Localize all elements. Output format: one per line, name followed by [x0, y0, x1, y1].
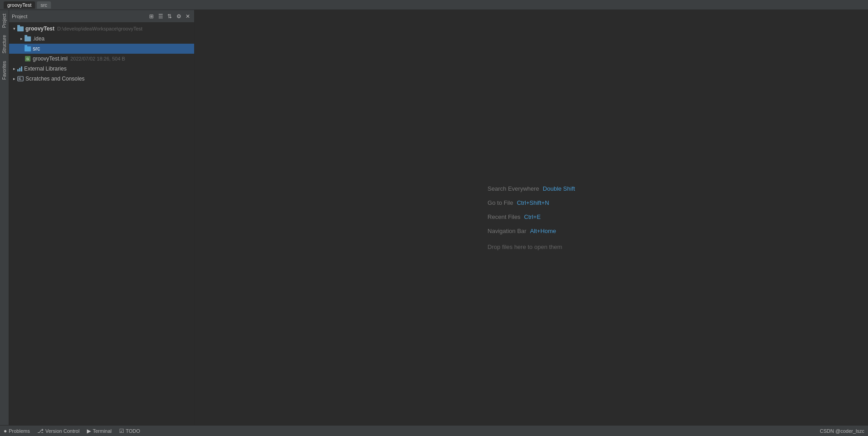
status-bar: ● Problems ⎇ Version Control ▶ Terminal …: [0, 425, 868, 436]
sidebar-strip: Project Structure Favorites: [0, 10, 9, 425]
tree-item-groovytest[interactable]: groovyTest D:\develop\ideaWorkspace\groo…: [9, 24, 194, 34]
project-panel: Project ⊞ ☰ ⇅ ⚙ ✕ groovyTest D:\develop\…: [9, 10, 195, 425]
tree-meta-groovytest: D:\develop\ideaWorkspace\groovyTest: [57, 26, 143, 31]
hint-navigation-bar: Navigation Bar Alt+Home: [487, 228, 556, 234]
title-bar: groovyTest src: [0, 0, 868, 10]
tree-item-groovytest-iml[interactable]: G groovyTest.iml 2022/07/02 18:26, 504 B: [9, 54, 194, 64]
todo-label: TODO: [126, 428, 140, 434]
tree-view[interactable]: groovyTest D:\develop\ideaWorkspace\groo…: [9, 23, 194, 425]
close-button[interactable]: ✕: [184, 13, 191, 20]
sort-button[interactable]: ⇅: [166, 13, 173, 20]
tree-arrow-iml: [18, 56, 25, 62]
tree-label-idea: .idea: [33, 35, 45, 42]
panel-title: Project: [12, 14, 146, 19]
scratches-icon: [17, 76, 24, 82]
tree-arrow-extlibs: [11, 66, 17, 72]
tree-item-src[interactable]: src: [9, 44, 194, 54]
hint-shortcut-navbar: Alt+Home: [530, 228, 556, 234]
vc-label: Version Control: [45, 428, 80, 434]
tree-item-scratches[interactable]: Scratches and Consoles: [9, 74, 194, 84]
tree-arrow-scratches: [11, 76, 17, 82]
settings-button[interactable]: ⚙: [175, 13, 182, 20]
hint-label-navbar: Navigation Bar: [487, 228, 526, 234]
problems-label: Problems: [9, 428, 30, 434]
hint-drop-files: Drop files here to open them: [487, 242, 562, 250]
hint-shortcut-recent: Ctrl+E: [524, 213, 541, 220]
panel-toolbar: Project ⊞ ☰ ⇅ ⚙ ✕: [9, 10, 194, 23]
svg-text:G: G: [26, 57, 29, 61]
status-todo[interactable]: ☑ TODO: [119, 428, 140, 434]
editor-area[interactable]: Search Everywhere Double Shift Go to Fil…: [195, 10, 868, 425]
tree-item-external-libraries[interactable]: External Libraries: [9, 64, 194, 74]
todo-icon: ☑: [119, 428, 124, 434]
main-layout: Project Structure Favorites Project ⊞ ☰ …: [0, 10, 868, 425]
tree-arrow-groovytest: [11, 25, 17, 32]
tree-label-src: src: [33, 46, 40, 52]
sidebar-strip-project[interactable]: Project: [1, 10, 8, 31]
tree-item-idea[interactable]: .idea: [9, 34, 194, 44]
tree-label-iml: groovyTest.iml: [33, 56, 68, 62]
sidebar-strip-structure[interactable]: Structure: [1, 31, 8, 57]
hint-recent-files: Recent Files Ctrl+E: [487, 213, 541, 220]
tree-label-external-libraries: External Libraries: [24, 66, 66, 72]
terminal-icon: ▶: [87, 428, 91, 434]
title-tab-src[interactable]: src: [37, 1, 51, 9]
hint-search-everywhere: Search Everywhere Double Shift: [487, 185, 575, 192]
title-tab-groovytest[interactable]: groovyTest: [4, 1, 35, 9]
tree-meta-iml: 2022/07/02 18:26, 504 B: [70, 56, 125, 61]
vc-icon: ⎇: [37, 428, 44, 434]
status-problems[interactable]: ● Problems: [4, 428, 30, 434]
folder-icon-groovytest: [17, 26, 24, 31]
welcome-hints: Search Everywhere Double Shift Go to Fil…: [487, 185, 575, 250]
sidebar-strip-favorites[interactable]: Favorites: [1, 57, 8, 83]
tree-arrow-idea: [18, 35, 25, 42]
problems-icon: ●: [4, 428, 7, 434]
hint-label-recent: Recent Files: [487, 213, 520, 220]
hint-shortcut-search: Double Shift: [543, 185, 575, 192]
status-right: CSDN @coder_lszc: [820, 428, 864, 434]
tree-arrow-src: [18, 46, 25, 52]
folder-icon-src: [25, 46, 31, 51]
folder-icon-idea: [25, 36, 31, 41]
terminal-label: Terminal: [93, 428, 112, 434]
file-icon-iml: G: [25, 56, 31, 62]
drop-hint-label: Drop files here to open them: [487, 243, 562, 250]
list-button[interactable]: ☰: [157, 13, 164, 20]
hint-goto-file: Go to File Ctrl+Shift+N: [487, 199, 549, 206]
hint-shortcut-goto: Ctrl+Shift+N: [517, 199, 549, 206]
ext-libs-icon: [17, 66, 22, 71]
tree-label-groovytest: groovyTest: [25, 25, 55, 32]
status-csdn: CSDN @coder_lszc: [820, 428, 864, 434]
tree-label-scratches: Scratches and Consoles: [25, 76, 85, 82]
status-version-control[interactable]: ⎇ Version Control: [37, 428, 80, 434]
hint-label-search: Search Everywhere: [487, 185, 539, 192]
hint-label-goto: Go to File: [487, 199, 513, 206]
status-terminal[interactable]: ▶ Terminal: [87, 428, 112, 434]
expand-button[interactable]: ⊞: [148, 13, 155, 20]
